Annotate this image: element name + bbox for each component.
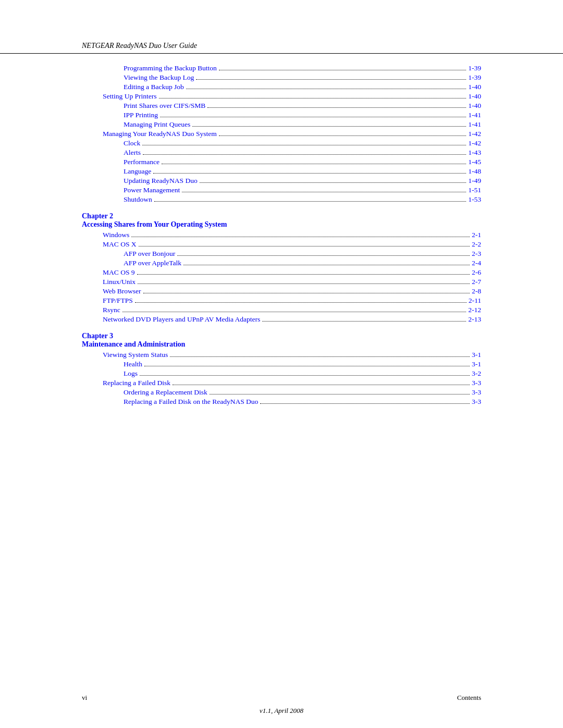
toc-link[interactable]: MAC OS 9: [103, 268, 135, 277]
toc-page: 1-40: [468, 92, 481, 101]
toc-dots: [160, 117, 466, 117]
footer-version: v1.1, April 2008: [0, 707, 563, 715]
toc-entry: Power Management 1-51: [82, 186, 481, 194]
toc-page: 1-49: [468, 177, 481, 185]
footer-page-number: vi: [82, 694, 87, 702]
toc-page: 2-7: [472, 278, 481, 286]
toc-link[interactable]: Rsync: [103, 306, 120, 314]
toc-dots: [154, 201, 466, 202]
footer-section: Contents: [457, 694, 481, 702]
toc-page: 3-3: [472, 379, 481, 387]
toc-dots: [142, 145, 466, 145]
toc-entry: Health 3-1: [82, 360, 481, 368]
toc-link[interactable]: Setting Up Printers: [103, 92, 157, 101]
toc-dots: [186, 89, 466, 89]
toc-page: 2-2: [472, 240, 481, 249]
toc-dots: [159, 98, 467, 98]
toc-page: 1-40: [468, 83, 481, 91]
toc-dots: [260, 403, 470, 404]
toc-link[interactable]: Networked DVD Players and UPnP AV Media …: [103, 315, 260, 324]
toc-page: 1-48: [468, 167, 481, 176]
toc-link[interactable]: Managing Print Queues: [124, 120, 190, 129]
toc-entry: Viewing System Status 3-1: [82, 351, 481, 359]
toc-link[interactable]: Clock: [124, 139, 140, 147]
toc-link[interactable]: Logs: [124, 369, 138, 378]
toc-link[interactable]: Shutdown: [124, 195, 152, 204]
toc-link[interactable]: Print Shares over CIFS/SMB: [124, 102, 205, 110]
toc-entry: Language 1-48: [82, 167, 481, 176]
toc-link[interactable]: Power Management: [124, 186, 180, 194]
toc-link[interactable]: AFP over AppleTalk: [124, 259, 181, 267]
toc-entry: Managing Your ReadyNAS Duo System 1-42: [82, 130, 481, 138]
toc-entry: Replacing a Failed Disk 3-3: [82, 379, 481, 387]
toc-dots: [144, 366, 470, 366]
chapter3-label: Chapter 3: [82, 332, 481, 340]
chapter2-heading: Chapter 2 Accessing Shares from Your Ope…: [82, 212, 481, 229]
page: NETGEAR ReadyNAS Duo User Guide Programm…: [0, 0, 563, 728]
toc-page: 1-45: [468, 158, 481, 166]
toc-link[interactable]: Alerts: [124, 149, 141, 157]
toc-page: 2-11: [469, 297, 481, 305]
toc-dots: [143, 154, 466, 155]
toc-link[interactable]: Health: [124, 360, 142, 368]
toc-link[interactable]: Ordering a Replacement Disk: [124, 388, 207, 397]
chapter2-title: Accessing Shares from Your Operating Sys…: [82, 220, 481, 229]
toc-link[interactable]: Windows: [103, 231, 129, 239]
toc-entry: Managing Print Queues 1-41: [82, 120, 481, 129]
toc-link[interactable]: Updating ReadyNAS Duo: [124, 177, 198, 185]
toc-dots: [183, 265, 470, 265]
toc-dots: [219, 70, 466, 70]
toc-link[interactable]: FTP/FTPS: [103, 297, 133, 305]
toc-entry: Rsync 2-12: [82, 306, 481, 314]
toc-page: 2-4: [472, 259, 481, 267]
toc-link[interactable]: Viewing System Status: [103, 351, 168, 359]
toc-link[interactable]: Programming the Backup Button: [124, 64, 217, 72]
toc-link[interactable]: MAC OS X: [103, 240, 137, 249]
toc-entry: FTP/FTPS 2-11: [82, 297, 481, 305]
toc-page: 2-13: [468, 315, 481, 324]
toc-page: 1-51: [468, 186, 481, 194]
toc-link[interactable]: Replacing a Failed Disk: [103, 379, 170, 387]
toc-link[interactable]: AFP over Bonjour: [124, 250, 175, 258]
toc-page: 3-1: [472, 360, 481, 368]
toc-link[interactable]: IPP Printing: [124, 111, 158, 119]
toc-entry: Linux/Unix 2-7: [82, 278, 481, 286]
toc-entry: Ordering a Replacement Disk 3-3: [82, 388, 481, 397]
toc-entry: Clock 1-42: [82, 139, 481, 147]
toc-link[interactable]: Language: [124, 167, 151, 176]
toc-link[interactable]: Replacing a Failed Disk on the ReadyNAS …: [124, 398, 258, 406]
toc-link[interactable]: Editing a Backup Job: [124, 83, 184, 91]
toc-page: 1-42: [468, 130, 481, 138]
toc-page: 1-43: [468, 149, 481, 157]
toc-dots: [210, 394, 470, 394]
toc-link[interactable]: Managing Your ReadyNAS Duo System: [103, 130, 217, 138]
toc-entry: Alerts 1-43: [82, 149, 481, 157]
toc-dots: [131, 237, 470, 237]
toc-entry: Windows 2-1: [82, 231, 481, 239]
toc-entry: Updating ReadyNAS Duo 1-49: [82, 177, 481, 185]
toc-entry: MAC OS 9 2-6: [82, 268, 481, 277]
content-area: Programming the Backup Button 1-39 Viewi…: [0, 54, 563, 406]
toc-page: 1-42: [468, 139, 481, 147]
toc-dots: [123, 312, 467, 312]
toc-entry: Networked DVD Players and UPnP AV Media …: [82, 315, 481, 324]
toc-link[interactable]: Viewing the Backup Log: [124, 73, 194, 82]
toc-entry: IPP Printing 1-41: [82, 111, 481, 119]
toc-link[interactable]: Linux/Unix: [103, 278, 136, 286]
toc-link[interactable]: Performance: [124, 158, 160, 166]
toc-dots: [173, 385, 470, 385]
toc-dots: [139, 246, 470, 246]
toc-entry: AFP over Bonjour 2-3: [82, 250, 481, 258]
toc-page: 2-3: [472, 250, 481, 258]
toc-entry: MAC OS X 2-2: [82, 240, 481, 249]
toc-page: 1-53: [468, 195, 481, 204]
chapter3-title: Maintenance and Administration: [82, 340, 481, 349]
toc-page: 1-39: [468, 64, 481, 72]
chapter2-entries: Windows 2-1 MAC OS X 2-2 AFP over Bonjou…: [82, 231, 481, 324]
toc-entry: Programming the Backup Button 1-39: [82, 64, 481, 72]
header-title: NETGEAR ReadyNAS Duo User Guide: [82, 42, 197, 50]
toc-link[interactable]: Web Browser: [103, 287, 141, 295]
toc-page: 2-8: [472, 287, 481, 295]
toc-dots: [192, 126, 466, 127]
toc-page: 3-3: [472, 388, 481, 397]
